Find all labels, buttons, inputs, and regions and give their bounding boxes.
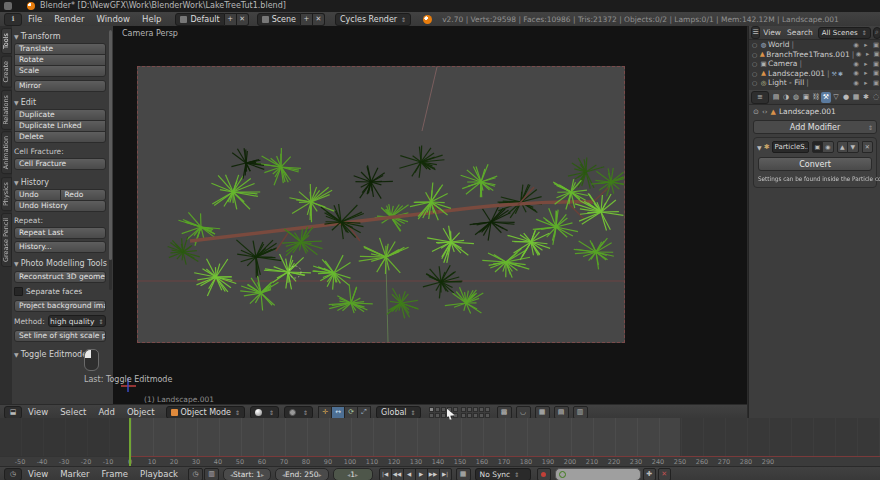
menu-render[interactable]: Render xyxy=(48,13,90,26)
menu-file[interactable]: File xyxy=(22,13,48,26)
pin-icon[interactable]: ⊙ xyxy=(753,108,759,116)
tool-shelf-tab-physics[interactable]: Physics xyxy=(1,177,12,211)
project-background-button[interactable]: Project background image onto... xyxy=(14,300,106,312)
outliner-item-branchtree1trans-001[interactable]: ○▲BranchTree1Trans.001|◉▸▣ xyxy=(749,50,880,60)
properties-tab-render-icon[interactable]: ▤ xyxy=(771,92,781,103)
screen-layout-select[interactable]: Default xyxy=(175,13,224,26)
properties-tab-world-icon[interactable]: ◍ xyxy=(791,92,801,103)
modifier-name-field[interactable]: ParticleS... xyxy=(772,141,809,153)
properties-tab-texture-icon[interactable]: ▦ xyxy=(851,92,861,103)
editor-type-properties-icon[interactable]: ≡ xyxy=(751,91,769,104)
current-frame-indicator[interactable] xyxy=(129,418,131,466)
rotate-manipulator-icon[interactable]: ⟳ xyxy=(344,406,358,419)
repeat-last-button[interactable]: Repeat Last xyxy=(14,227,106,239)
layer-toggle[interactable] xyxy=(461,413,466,418)
viewport-shading-select[interactable]: ⇕ xyxy=(250,406,279,419)
menu-view[interactable]: View xyxy=(22,468,54,480)
set-line-of-sight-button[interactable]: Set line of sight scale pivot xyxy=(14,330,106,342)
render-engine-select[interactable]: Cycles Render⇕ xyxy=(335,13,411,26)
outliner-item-light-fill[interactable]: ○◎Light - Fill|◉▸▣ xyxy=(749,78,880,88)
cell-fracture-button[interactable]: Cell Fracture xyxy=(14,158,106,170)
scale-manipulator-icon[interactable]: ⤢ xyxy=(357,406,371,419)
panel-header-photo-modelling[interactable]: ▼Photo Modelling Tools xyxy=(14,259,106,268)
editor-type-3dview-icon[interactable]: ⬓ xyxy=(4,406,22,419)
mode-select[interactable]: Object Mode⇕ xyxy=(166,406,245,419)
visibility-eye-icon[interactable]: ◉ xyxy=(851,79,861,87)
reconstruct-3d-button[interactable]: Reconstruct 3D geometry xyxy=(14,271,106,283)
undo-button[interactable]: Undo xyxy=(14,189,61,201)
3d-viewport[interactable]: Camera Persp (1) Landscape.001 xyxy=(113,26,747,404)
undo-history-button[interactable]: Undo History xyxy=(14,200,106,212)
panel-header-edit[interactable]: ▼Edit xyxy=(14,98,106,107)
add-modifier-button[interactable]: Add Modifier⇕ xyxy=(753,120,877,134)
properties-tab-physics-icon[interactable]: ◌ xyxy=(871,92,880,103)
layer-toggle[interactable] xyxy=(453,407,458,412)
layer-toggle[interactable] xyxy=(429,413,434,418)
properties-tab-constraints-icon[interactable]: ⛓ xyxy=(811,92,821,103)
layer-toggle[interactable] xyxy=(467,407,472,412)
selectable-icon[interactable]: ▸ xyxy=(861,60,871,68)
disclosure-icon[interactable]: ○ xyxy=(752,79,759,86)
visibility-eye-icon[interactable]: ◉ xyxy=(851,69,861,77)
menu-object[interactable]: Object xyxy=(121,406,161,419)
layer-toggle[interactable] xyxy=(467,413,472,418)
properties-tab-material-icon[interactable]: ● xyxy=(841,92,851,103)
layer-toggle[interactable] xyxy=(441,413,446,418)
tool-shelf-tab-grease-pencil[interactable]: Grease Pencil xyxy=(1,213,12,267)
tool-shelf-tab-relations[interactable]: Relations xyxy=(1,90,12,130)
menu-view[interactable]: View xyxy=(760,28,784,37)
av-sync-icon[interactable]: ▦ xyxy=(456,468,471,480)
menu-search[interactable]: Search xyxy=(784,28,816,37)
menu-window[interactable]: Window xyxy=(91,13,137,26)
layers-widget[interactable] xyxy=(429,407,493,418)
visibility-eye-icon[interactable]: ◉ xyxy=(851,60,861,68)
properties-tab-object-icon[interactable]: ▣ xyxy=(801,92,811,103)
menu-marker[interactable]: Marker xyxy=(54,468,95,480)
scene-select[interactable]: Scene xyxy=(257,13,301,26)
disclosure-icon[interactable]: ○ xyxy=(752,41,759,48)
menu-add[interactable]: Add xyxy=(92,406,120,419)
jump-to-end-button[interactable]: ▶| xyxy=(439,468,452,480)
disclosure-icon[interactable]: ○ xyxy=(752,60,759,67)
menu-view[interactable]: View xyxy=(22,406,54,419)
layer-toggle[interactable] xyxy=(473,413,478,418)
add-layout-button[interactable]: + xyxy=(225,13,237,26)
tool-shelf-scrollbar[interactable] xyxy=(109,30,112,290)
editor-type-timeline-icon[interactable]: ◷ xyxy=(4,468,22,480)
panel-header-transform[interactable]: ▼Transform xyxy=(14,32,106,41)
start-frame-field[interactable]: ◂ Start: 1 ▸ xyxy=(223,468,271,480)
renderable-camera-icon[interactable]: ▣ xyxy=(872,50,880,58)
translate-manipulator-icon[interactable]: ↔ xyxy=(331,406,345,419)
keying-set-field[interactable] xyxy=(555,468,641,480)
visibility-eye-icon[interactable]: ◉ xyxy=(854,50,863,58)
layer-toggle[interactable] xyxy=(461,407,466,412)
end-frame-field[interactable]: ◂ End: 250 ▸ xyxy=(275,468,329,480)
add-scene-button[interactable]: + xyxy=(301,13,313,26)
properties-tab-scene-icon[interactable]: ◑ xyxy=(781,92,791,103)
delete-keyframe-icon[interactable]: ✕ xyxy=(658,468,671,480)
renderable-camera-icon[interactable]: ▣ xyxy=(871,41,880,49)
next-keyframe-button[interactable]: ▶▶ xyxy=(427,468,440,480)
modifier-delete-icon[interactable]: ✕ xyxy=(862,141,873,153)
insert-keyframe-icon[interactable]: ✚ xyxy=(643,468,656,480)
manipulator-toggle-icon[interactable]: ✛ xyxy=(318,406,332,419)
modifier-move-down-icon[interactable]: ▼ xyxy=(847,141,858,153)
layer-toggle[interactable] xyxy=(485,413,490,418)
layer-toggle[interactable] xyxy=(441,407,446,412)
convert-button[interactable]: Convert xyxy=(758,157,872,171)
layer-toggle[interactable] xyxy=(479,407,484,412)
separate-faces-checkbox[interactable] xyxy=(14,287,23,296)
snap-element-select[interactable]: ▦ xyxy=(535,406,550,419)
current-frame-field[interactable]: ◂ 1 ▸ xyxy=(333,468,373,480)
menu-help[interactable]: Help xyxy=(136,13,167,26)
transform-orientation-select[interactable]: Global⇕ xyxy=(376,406,421,419)
layer-toggle[interactable] xyxy=(435,407,440,412)
properties-tab-data-icon[interactable]: ▽ xyxy=(831,92,841,103)
outliner-item-camera[interactable]: ○▣Camera|◉▸▣ xyxy=(749,59,880,69)
editor-type-info-icon[interactable]: ℹ xyxy=(4,13,22,26)
mirror-button[interactable]: Mirror xyxy=(14,80,106,92)
selectable-icon[interactable]: ▸ xyxy=(861,79,871,87)
selectable-icon[interactable]: ▸ xyxy=(861,69,871,77)
tool-shelf-tab-animation[interactable]: Animation xyxy=(1,131,12,174)
delete-button[interactable]: Delete xyxy=(14,131,106,143)
